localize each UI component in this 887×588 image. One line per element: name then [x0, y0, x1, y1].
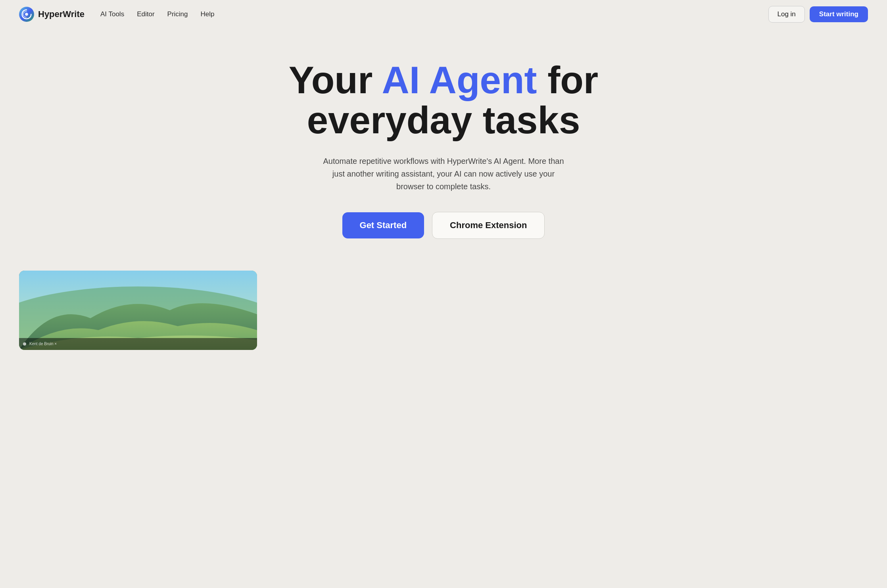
- hero-title-highlight: AI Agent: [382, 59, 537, 101]
- preview-bar-label: Kent de Bruin ×: [29, 342, 57, 346]
- nav-link-ai-tools[interactable]: AI Tools: [100, 10, 124, 18]
- preview-section: Kent de Bruin ×: [0, 271, 887, 350]
- brand-name: HyperWrite: [38, 9, 84, 19]
- login-button[interactable]: Log in: [768, 6, 805, 23]
- logo-link[interactable]: HyperWrite: [19, 7, 84, 22]
- hero-title-part1: Your: [289, 59, 382, 101]
- chrome-extension-button[interactable]: Chrome Extension: [432, 212, 545, 239]
- get-started-button[interactable]: Get Started: [342, 212, 424, 238]
- hero-title-line2: everyday tasks: [307, 99, 580, 141]
- hero-title: Your AI Agent for everyday tasks: [289, 60, 598, 140]
- nav-right: Log in Start writing: [768, 6, 868, 23]
- preview-dot-1: [23, 342, 26, 346]
- hero-subtitle: Automate repetitive workflows with Hyper…: [321, 155, 566, 193]
- start-writing-button[interactable]: Start writing: [810, 6, 868, 22]
- preview-overlay-bar: Kent de Bruin ×: [19, 338, 257, 350]
- nav-links: AI Tools Editor Pricing Help: [100, 10, 215, 18]
- nav-link-help[interactable]: Help: [201, 10, 215, 18]
- navbar: HyperWrite AI Tools Editor Pricing Help …: [0, 0, 887, 29]
- nav-link-pricing[interactable]: Pricing: [167, 10, 188, 18]
- logo-icon: [19, 7, 34, 22]
- hero-buttons: Get Started Chrome Extension: [342, 212, 545, 239]
- svg-point-1: [25, 13, 28, 16]
- nav-link-editor[interactable]: Editor: [137, 10, 154, 18]
- nav-left: HyperWrite AI Tools Editor Pricing Help: [19, 7, 215, 22]
- preview-image: Kent de Bruin ×: [19, 271, 257, 350]
- hero-title-part2: for: [537, 59, 599, 101]
- hero-section: Your AI Agent for everyday tasks Automat…: [0, 29, 887, 263]
